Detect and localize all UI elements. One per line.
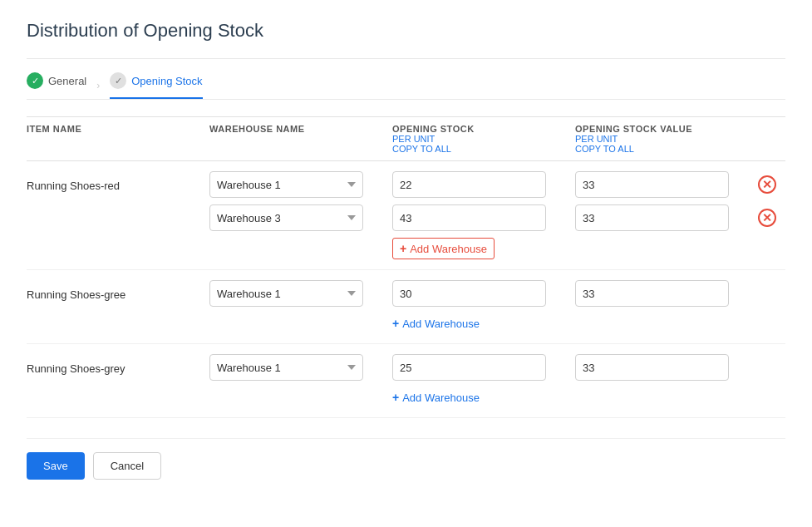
add-warehouse-label-1: Add Warehouse	[410, 243, 487, 255]
stock-input-2-1[interactable]	[392, 280, 546, 307]
stock-value-cell-2-1	[575, 280, 758, 307]
page-container: Distribution of Opening Stock ✓ General …	[0, 0, 812, 527]
col-item-name: ITEM NAME	[27, 124, 209, 154]
stock-value-cell-1-2	[575, 204, 758, 231]
stock-input-1-1[interactable]	[392, 171, 546, 198]
warehouse-select-3-1[interactable]: Warehouse 1 Warehouse 2 Warehouse 3	[209, 354, 363, 381]
stock-input-3-1[interactable]	[392, 354, 546, 381]
item-section-running-shoes-grey: Running Shoes-grey Warehouse 1 Warehouse…	[27, 344, 785, 418]
table-row: Running Shoes-gree Warehouse 1 Warehouse…	[27, 280, 785, 307]
delete-placeholder-2-1	[758, 284, 776, 303]
step-general[interactable]: ✓ General	[27, 72, 86, 99]
warehouse-select-cell-1-1: Warehouse 1 Warehouse 2 Warehouse 3	[209, 171, 392, 198]
step-opening-stock-icon: ✓	[110, 72, 126, 89]
table-header: ITEM NAME WAREHOUSE NAME OPENING STOCK P…	[27, 116, 785, 161]
item-section-running-shoes-gree: Running Shoes-gree Warehouse 1 Warehouse…	[27, 270, 785, 344]
opening-stock-copy-all[interactable]: COPY TO ALL	[392, 144, 575, 154]
step-opening-stock[interactable]: ✓ Opening Stock	[110, 72, 202, 99]
delete-cell-1-1: ✕	[758, 175, 791, 194]
delete-button-1-2[interactable]: ✕	[758, 209, 776, 227]
stock-value-input-1-1[interactable]	[575, 171, 729, 198]
stock-cell-2-1	[392, 280, 575, 307]
warehouse-select-1-2[interactable]: Warehouse 1 Warehouse 2 Warehouse 3	[209, 204, 363, 231]
page-title: Distribution of Opening Stock	[27, 20, 785, 42]
add-warehouse-button-2[interactable]: + Add Warehouse	[392, 313, 480, 333]
delete-cell-1-2: ✕	[758, 209, 791, 227]
cancel-button[interactable]: Cancel	[93, 452, 161, 480]
item-name-running-shoes-gree: Running Shoes-gree	[27, 287, 209, 301]
opening-stock-value-copy-all[interactable]: COPY TO ALL	[575, 144, 758, 154]
add-warehouse-container-1: + Add Warehouse	[209, 238, 785, 259]
step-general-icon: ✓	[27, 72, 43, 89]
plus-icon-2: +	[392, 317, 399, 330]
stock-value-input-2-1[interactable]	[575, 280, 729, 307]
step-opening-stock-label: Opening Stock	[131, 75, 202, 87]
add-warehouse-button-3[interactable]: + Add Warehouse	[392, 387, 480, 407]
step-general-label: General	[48, 75, 86, 87]
add-warehouse-container-2: + Add Warehouse	[209, 313, 785, 333]
warehouse-select-2-1[interactable]: Warehouse 1 Warehouse 2 Warehouse 3	[209, 280, 363, 307]
add-warehouse-button-1[interactable]: + Add Warehouse	[392, 238, 495, 259]
add-warehouse-container-3: + Add Warehouse	[209, 387, 785, 407]
delete-placeholder-3-1	[758, 358, 776, 377]
item-name-placeholder-1-2	[27, 217, 209, 219]
stock-cell-3-1	[392, 354, 575, 381]
table-row: Warehouse 1 Warehouse 2 Warehouse 3 ✕	[27, 204, 785, 231]
opening-stock-per-unit: PER UNIT	[392, 134, 575, 144]
col-warehouse-name: WAREHOUSE NAME	[209, 124, 392, 154]
item-name-running-shoes-grey: Running Shoes-grey	[27, 361, 209, 375]
col-opening-stock-value: OPENING STOCK VALUE PER UNIT COPY TO ALL	[575, 124, 758, 154]
table-row: Running Shoes-grey Warehouse 1 Warehouse…	[27, 354, 785, 381]
item-name-running-shoes-red: Running Shoes-red	[27, 178, 209, 192]
warehouse-select-cell-1-2: Warehouse 1 Warehouse 2 Warehouse 3	[209, 204, 392, 231]
divider-top	[27, 58, 785, 59]
steps-divider	[27, 99, 785, 100]
stock-input-1-2[interactable]	[392, 204, 546, 231]
stock-cell-1-2	[392, 204, 575, 231]
footer-buttons: Save Cancel	[27, 438, 785, 480]
steps-bar: ✓ General › ✓ Opening Stock	[27, 72, 785, 99]
stock-value-cell-3-1	[575, 354, 758, 381]
opening-stock-value-per-unit: PER UNIT	[575, 134, 758, 144]
add-warehouse-label-2: Add Warehouse	[402, 318, 480, 330]
warehouse-select-1-1[interactable]: Warehouse 1 Warehouse 2 Warehouse 3	[209, 171, 363, 198]
col-opening-stock: OPENING STOCK PER UNIT COPY TO ALL	[392, 124, 575, 154]
plus-icon-1: +	[400, 242, 406, 255]
delete-button-1-1[interactable]: ✕	[758, 175, 776, 194]
warehouse-select-cell-3-1: Warehouse 1 Warehouse 2 Warehouse 3	[209, 354, 392, 381]
item-section-running-shoes-red: Running Shoes-red Warehouse 1 Warehouse …	[27, 161, 785, 270]
col-actions-placeholder	[758, 124, 791, 154]
step-arrow: ›	[96, 80, 100, 91]
stock-value-input-3-1[interactable]	[575, 354, 729, 381]
save-button[interactable]: Save	[27, 452, 85, 480]
add-warehouse-label-3: Add Warehouse	[402, 392, 480, 404]
table-row: Running Shoes-red Warehouse 1 Warehouse …	[27, 171, 785, 198]
stock-cell-1-1	[392, 171, 575, 198]
warehouse-select-cell-2-1: Warehouse 1 Warehouse 2 Warehouse 3	[209, 280, 392, 307]
stock-value-input-1-2[interactable]	[575, 204, 729, 231]
stock-value-cell-1-1	[575, 171, 758, 198]
plus-icon-3: +	[392, 391, 399, 404]
